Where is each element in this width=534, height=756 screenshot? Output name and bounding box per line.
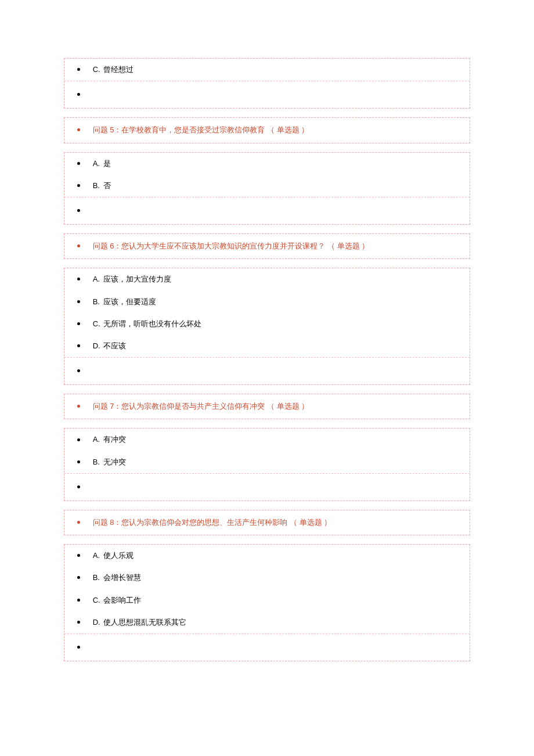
empty-row [64, 474, 470, 501]
bullet-icon [77, 554, 80, 557]
question-title: 问题 8：您认为宗教信仰会对您的思想、生活产生何种影响 （ 单选题 ） [93, 518, 332, 527]
question-options-box: A. 应该，加大宣传力度 B. 应该，但要适度 C. 无所谓，听听也没有什么坏处… [64, 268, 470, 385]
option-text: 不应该 [103, 341, 126, 350]
bullet-icon [77, 322, 80, 325]
option-row[interactable]: C. 曾经想过 [64, 59, 470, 81]
bullet-icon [77, 621, 80, 624]
empty-row [64, 81, 470, 108]
question-title: 问题 6：您认为大学生应不应该加大宗教知识的宣传力度并开设课程？ （ 单选题 ） [93, 242, 370, 250]
question-options-box: A. 是 B. 否 [64, 152, 470, 225]
option-letter: B. [93, 181, 100, 190]
option-letter: A. [93, 551, 100, 560]
option-text: 无冲突 [103, 458, 126, 466]
option-row[interactable]: A. 应该，加大宣传力度 [64, 268, 470, 290]
option-letter: A. [93, 159, 100, 168]
option-letter: A. [93, 275, 100, 283]
bullet-icon [77, 521, 80, 524]
bullet-icon [77, 344, 80, 347]
question-title-box: 问题 6：您认为大学生应不应该加大宗教知识的宣传力度并开设课程？ （ 单选题 ） [64, 233, 470, 259]
option-text: 使人乐观 [103, 551, 134, 560]
bullet-icon [77, 460, 80, 463]
option-row[interactable]: A. 使人乐观 [64, 545, 470, 567]
option-row[interactable]: B. 无冲突 [64, 451, 470, 473]
option-text: 会增长智慧 [103, 573, 141, 582]
question-title-box: 问题 5：在学校教育中，您是否接受过宗教信仰教育 （ 单选题 ） [64, 117, 470, 143]
option-row[interactable]: A. 是 [64, 153, 470, 175]
option-text: 否 [103, 181, 111, 190]
option-letter: D. [93, 618, 100, 627]
bullet-icon [77, 93, 80, 96]
question-title-row: 问题 7：您认为宗教信仰是否与共产主义信仰有冲突 （ 单选题 ） [64, 394, 470, 419]
bullet-icon [77, 405, 80, 408]
bullet-icon [77, 485, 80, 488]
bullet-icon [77, 162, 80, 165]
option-text: 无所谓，听听也没有什么坏处 [103, 319, 201, 328]
option-letter: B. [93, 458, 100, 466]
option-letter: C. [93, 319, 100, 328]
option-letter: B. [93, 573, 100, 582]
bullet-icon [77, 646, 80, 649]
option-row[interactable]: C. 会影响工作 [64, 589, 470, 611]
option-text: 是 [103, 159, 111, 168]
bullet-icon [77, 184, 80, 187]
option-text: 应该，加大宣传力度 [103, 275, 171, 283]
option-letter: A. [93, 435, 100, 444]
question-title-row: 问题 6：您认为大学生应不应该加大宗教知识的宣传力度并开设课程？ （ 单选题 ） [64, 234, 470, 258]
question-title: 问题 5：在学校教育中，您是否接受过宗教信仰教育 （ 单选题 ） [93, 125, 309, 134]
bullet-icon [77, 300, 80, 303]
option-row[interactable]: B. 否 [64, 175, 470, 197]
option-row[interactable]: D. 使人思想混乱无联系其它 [64, 611, 470, 633]
empty-row [64, 634, 470, 661]
bullet-icon [77, 244, 80, 247]
empty-row [64, 197, 470, 224]
option-row[interactable]: D. 不应该 [64, 335, 470, 357]
bullet-icon [77, 68, 80, 71]
empty-row [64, 358, 470, 384]
bullet-icon [77, 369, 80, 372]
option-letter: C. [93, 65, 100, 74]
option-letter: C. [93, 596, 100, 604]
option-row[interactable]: A. 有冲突 [64, 429, 470, 451]
option-letter: D. [93, 341, 100, 350]
option-text: 有冲突 [103, 435, 126, 444]
question-title-box: 问题 8：您认为宗教信仰会对您的思想、生活产生何种影响 （ 单选题 ） [64, 510, 470, 535]
option-row[interactable]: B. 应该，但要适度 [64, 291, 470, 313]
question-title-row: 问题 5：在学校教育中，您是否接受过宗教信仰教育 （ 单选题 ） [64, 118, 470, 142]
option-letter: B. [93, 297, 100, 306]
bullet-icon [77, 576, 80, 579]
question-options-box: A. 有冲突 B. 无冲突 [64, 428, 470, 501]
option-text: 会影响工作 [103, 596, 141, 604]
question-options-box: A. 使人乐观 B. 会增长智慧 C. 会影响工作 D. 使人思想混乱无联系其它 [64, 544, 470, 661]
question-title-box: 问题 7：您认为宗教信仰是否与共产主义信仰有冲突 （ 单选题 ） [64, 394, 470, 419]
option-text: 使人思想混乱无联系其它 [103, 618, 186, 627]
option-text: 应该，但要适度 [103, 297, 156, 306]
option-row[interactable]: C. 无所谓，听听也没有什么坏处 [64, 313, 470, 335]
question-partial-box: C. 曾经想过 [64, 58, 470, 109]
bullet-icon [77, 209, 80, 212]
bullet-icon [77, 599, 80, 602]
option-text: 曾经想过 [103, 65, 134, 74]
bullet-icon [77, 128, 80, 131]
option-row[interactable]: B. 会增长智慧 [64, 567, 470, 589]
page-container: C. 曾经想过 问题 5：在学校教育中，您是否接受过宗教信仰教育 （ 单选题 ）… [64, 58, 470, 661]
bullet-icon [77, 278, 80, 280]
bullet-icon [77, 438, 80, 441]
question-title-row: 问题 8：您认为宗教信仰会对您的思想、生活产生何种影响 （ 单选题 ） [64, 510, 470, 535]
question-title: 问题 7：您认为宗教信仰是否与共产主义信仰有冲突 （ 单选题 ） [93, 402, 309, 411]
